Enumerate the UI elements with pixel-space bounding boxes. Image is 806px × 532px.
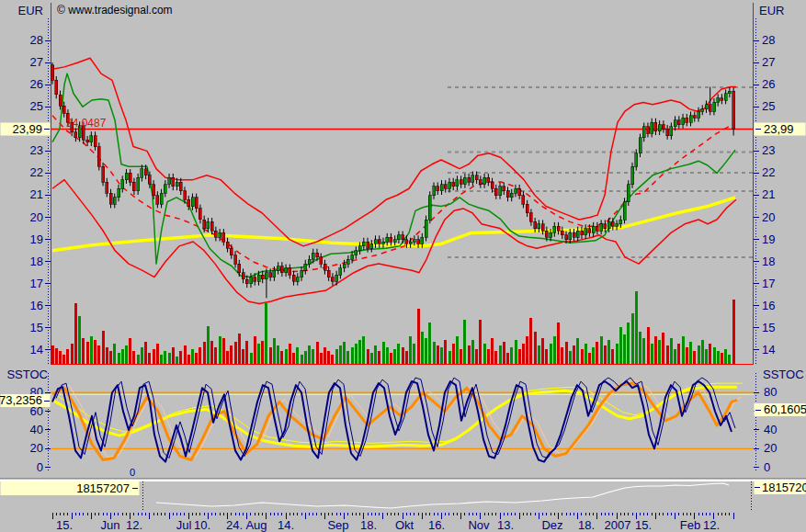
volume-bar	[627, 323, 630, 364]
date-label: Feb	[680, 518, 700, 532]
volume-bar	[316, 342, 319, 364]
volume-axis-zero: 0	[130, 467, 135, 478]
price-highlight-right: 23,99	[755, 122, 806, 136]
date-axis[interactable]: 15.Jun12.Jul10.24.Aug14.Sep18.Okt16.Nov1…	[52, 513, 733, 532]
volume-bar	[121, 349, 124, 364]
date-label: 13.	[497, 518, 514, 532]
candle-body	[285, 268, 288, 273]
volume-bar	[448, 351, 451, 364]
candle-body	[106, 182, 108, 193]
candle-body	[370, 243, 373, 248]
volume-bar	[506, 353, 509, 364]
candle-body	[210, 221, 213, 231]
volume-bar	[721, 353, 723, 364]
volume-bar	[569, 351, 572, 364]
price-alert-value: 23,99	[764, 122, 794, 136]
candle-body	[312, 253, 314, 259]
volume-bar	[66, 349, 69, 364]
candle-body	[153, 185, 155, 196]
price-tick-label: 19	[30, 232, 43, 246]
volume-bar	[607, 340, 610, 364]
candle-body	[616, 224, 619, 226]
volume-bar	[425, 338, 427, 364]
volume-bar	[164, 351, 166, 364]
volume-bar	[265, 303, 267, 364]
volume-bar	[654, 336, 657, 364]
volume-bar	[55, 348, 58, 364]
candle-body	[230, 248, 233, 255]
candle-body	[250, 277, 253, 284]
candle-body	[374, 240, 377, 244]
volume-bar	[191, 349, 194, 364]
volume-bar	[132, 351, 135, 364]
volume-bar	[611, 349, 614, 364]
candle-body	[118, 188, 120, 198]
price-chart-canvas[interactable]	[51, 62, 735, 298]
volume-bar	[670, 338, 673, 364]
candle-body	[576, 231, 579, 237]
candle-body	[277, 266, 279, 271]
volume-bar	[576, 338, 579, 364]
candle-body	[670, 127, 673, 136]
volume-bar	[141, 347, 143, 364]
volume-bar	[588, 353, 591, 364]
candle-body	[335, 275, 338, 281]
candle-body	[207, 221, 210, 228]
volume-bar	[238, 334, 241, 364]
volume-bar	[677, 344, 680, 364]
volume-bar	[491, 338, 494, 364]
price-tick-label: 19	[762, 232, 775, 246]
volume-bars[interactable]	[51, 291, 735, 364]
candle-body	[463, 177, 466, 184]
volume-bar	[405, 351, 408, 364]
candle-body	[242, 273, 244, 279]
candle-body	[452, 182, 455, 187]
candle-body	[588, 229, 591, 233]
volume-bar	[713, 347, 716, 364]
volume-bar	[71, 344, 74, 364]
volume-bar	[97, 345, 100, 364]
candle-body	[538, 224, 540, 229]
candle-body	[468, 177, 471, 182]
candle-body	[261, 275, 264, 279]
candle-body	[619, 220, 622, 224]
price-tick-label: 22	[30, 165, 43, 179]
volume-bar	[172, 347, 175, 364]
volume-average-canvas[interactable]	[156, 483, 729, 508]
candle-body	[604, 224, 607, 229]
candle-body	[658, 125, 661, 131]
volume-bar	[538, 345, 540, 364]
candle-body	[417, 240, 420, 244]
candle-body	[444, 185, 447, 189]
price-highlight-left: 23,99	[1, 122, 51, 136]
axis-ticks[interactable]: 2828272726262525232322222121202019191818…	[30, 18, 778, 512]
volume-bar	[631, 313, 634, 364]
volume-bar	[573, 345, 575, 364]
volume-bar	[168, 353, 171, 364]
price-tick-label: 28	[30, 33, 43, 47]
date-label: 15.	[56, 518, 73, 532]
volume-bar	[199, 347, 201, 364]
sstoc-highlight-right: 60,1605	[755, 402, 806, 416]
sstoc-tick-label: 40	[764, 423, 777, 436]
sstoc-tick-label: 0	[37, 460, 43, 474]
candle-body	[74, 132, 77, 138]
candle-body	[689, 116, 692, 122]
volume-bar	[386, 347, 389, 364]
volume-bar	[658, 340, 661, 364]
volume-bar	[343, 342, 346, 364]
volume-bar	[475, 349, 478, 364]
price-tick-label: 20	[30, 210, 43, 224]
volume-bar	[102, 331, 105, 364]
volume-bar	[565, 342, 568, 364]
candle-body	[156, 196, 159, 205]
volume-bar	[367, 349, 369, 364]
sstoc-chart-canvas[interactable]	[51, 378, 754, 462]
date-label: 24.	[226, 518, 243, 532]
candle-body	[324, 264, 326, 270]
candle-body	[234, 255, 237, 265]
volume-bar	[230, 345, 233, 364]
volume-bar	[494, 351, 497, 364]
volume-bar	[409, 336, 412, 364]
candle-body	[308, 259, 311, 264]
